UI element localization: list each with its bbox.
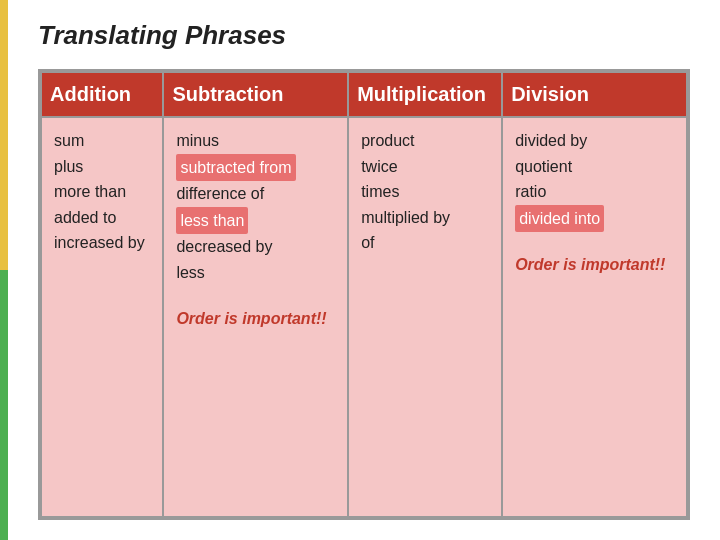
header-division: Division <box>502 72 687 117</box>
main-table-wrapper: Addition Subtraction Multiplication Divi… <box>38 69 690 520</box>
subtraction-order-important: Order is important!! <box>176 306 335 332</box>
multiplication-term-product: product <box>361 132 414 149</box>
addition-term-increased-by: increased by <box>54 234 145 251</box>
addition-term-more-than: more than <box>54 183 126 200</box>
left-bar <box>0 0 8 540</box>
header-subtraction: Subtraction <box>163 72 348 117</box>
multiplication-term-multiplied-by: multiplied by <box>361 209 450 226</box>
subtraction-term-less: less <box>176 264 204 281</box>
division-term-divided-by: divided by <box>515 132 587 149</box>
translating-phrases-table: Addition Subtraction Multiplication Divi… <box>40 71 688 518</box>
subtraction-term-less-than: less than <box>176 207 248 235</box>
addition-term-added-to: added to <box>54 209 116 226</box>
multiplication-term-times: times <box>361 183 399 200</box>
multiplication-term-of: of <box>361 234 374 251</box>
page-title: Translating Phrases <box>38 20 690 51</box>
header-addition: Addition <box>41 72 163 117</box>
table-row: sum plus more than added to increased by… <box>41 117 687 517</box>
division-order-important: Order is important!! <box>515 252 674 278</box>
addition-term-sum: sum <box>54 132 84 149</box>
subtraction-term-subtracted-from: subtracted from <box>176 154 295 182</box>
multiplication-cell: product twice times multiplied by of <box>348 117 502 517</box>
subtraction-term-decreased-by: decreased by <box>176 238 272 255</box>
addition-term-plus: plus <box>54 158 83 175</box>
division-term-quotient: quotient <box>515 158 572 175</box>
addition-cell: sum plus more than added to increased by <box>41 117 163 517</box>
subtraction-term-minus: minus <box>176 132 219 149</box>
header-multiplication: Multiplication <box>348 72 502 117</box>
division-term-ratio: ratio <box>515 183 546 200</box>
division-term-divided-into: divided into <box>515 205 604 233</box>
multiplication-term-twice: twice <box>361 158 397 175</box>
subtraction-cell: minus subtracted from difference of less… <box>163 117 348 517</box>
division-cell: divided by quotient ratio divided into O… <box>502 117 687 517</box>
subtraction-term-difference-of: difference of <box>176 185 264 202</box>
